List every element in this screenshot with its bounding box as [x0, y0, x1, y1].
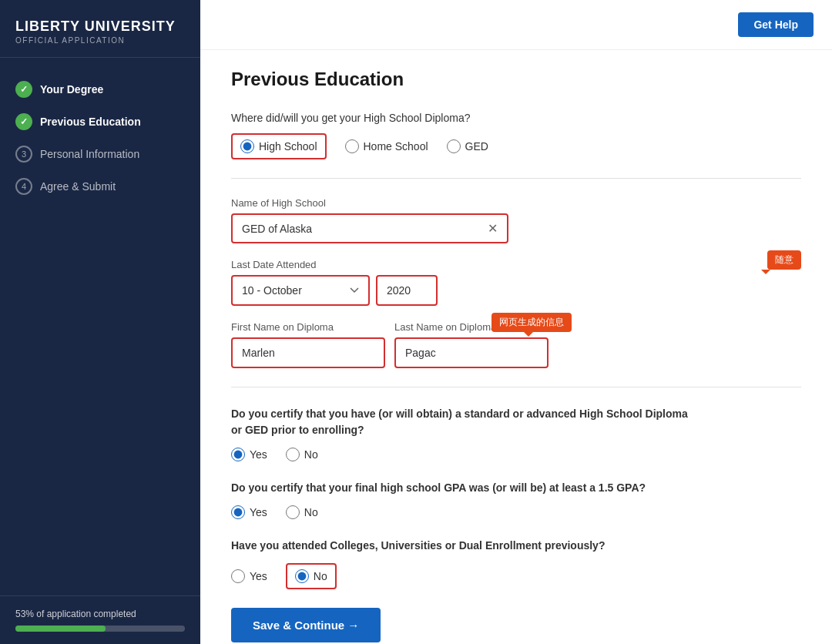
school-name-label: Name of High School — [231, 197, 801, 209]
certify-2-yes-input[interactable] — [231, 505, 245, 519]
form-content: Previous Education Where did/will you ge… — [200, 50, 832, 644]
number-icon-personal-information: 3 — [15, 146, 32, 163]
certify-3-yes[interactable]: Yes — [231, 569, 267, 583]
certify-1-no[interactable]: No — [286, 448, 318, 461]
save-continue-button[interactable]: Save & Continue → — [231, 608, 381, 642]
diploma-question-label: Where did/will you get your High School … — [231, 112, 801, 124]
certify-1-block: Do you certify that you have (or will ob… — [231, 406, 801, 461]
certify-3-question: Have you attended Colleges, Universities… — [231, 538, 693, 554]
certify-1-radio-group: Yes No — [231, 448, 801, 461]
year-input[interactable] — [376, 275, 438, 306]
completed-icon-previous-education: ✓ — [15, 113, 32, 130]
certify-1-yes-input[interactable] — [231, 448, 245, 461]
last-name-input[interactable] — [394, 337, 549, 368]
school-name-group: Name of High School ✕ — [231, 197, 801, 243]
last-date-label: Last Date Attended — [231, 259, 801, 270]
last-name-group: 网页生成的信息 — [394, 337, 549, 368]
progress-bar-background — [15, 626, 185, 632]
certify-2-radio-group: Yes No — [231, 505, 801, 519]
official-app-label: OFFICIAL APPLICATION — [15, 36, 185, 45]
certify-3-radio-group: Yes No — [231, 563, 801, 589]
certify-1-yes-label: Yes — [250, 448, 267, 461]
sidebar-footer: 53% of application completed — [0, 595, 200, 644]
sidebar-logo: LIBERTY UNIVERSITY OFFICIAL APPLICATION — [0, 0, 200, 58]
radio-home-school[interactable]: Home School — [345, 139, 428, 153]
certify-2-question: Do you certify that your final high scho… — [231, 480, 693, 496]
certify-1-yes[interactable]: Yes — [231, 448, 267, 461]
header-bar: Get Help — [200, 0, 832, 50]
diploma-name-group: First Name on Diploma Last Name on Diplo… — [231, 321, 801, 368]
get-help-button[interactable]: Get Help — [738, 12, 814, 37]
first-name-label: First Name on Diploma — [231, 321, 385, 333]
page-title: Previous Education — [231, 69, 801, 90]
certify-3-no[interactable]: No — [286, 563, 337, 589]
certify-3-no-input[interactable] — [295, 569, 309, 583]
sidebar-item-personal-information[interactable]: 3 Personal Information — [0, 138, 200, 170]
sidebar-item-your-degree[interactable]: ✓ Your Degree — [0, 73, 200, 106]
radio-high-school-label: High School — [259, 140, 317, 153]
certify-3-yes-input[interactable] — [231, 569, 245, 583]
certify-3-no-label: No — [314, 570, 327, 582]
divider-2 — [231, 387, 801, 387]
sidebar-label-agree-submit: Agree & Submit — [40, 180, 116, 193]
radio-high-school[interactable]: High School — [231, 133, 327, 159]
date-row: 01 - January 02 - February 03 - March 04… — [231, 275, 801, 306]
name-inputs-row: 网页生成的信息 — [231, 337, 801, 368]
certify-2-no-input[interactable] — [286, 505, 300, 519]
sidebar: LIBERTY UNIVERSITY OFFICIAL APPLICATION … — [0, 0, 200, 644]
school-name-clear-button[interactable]: ✕ — [488, 221, 498, 236]
radio-ged-label: GED — [465, 140, 488, 153]
month-select[interactable]: 01 - January 02 - February 03 - March 04… — [231, 275, 370, 306]
radio-ged-input[interactable] — [447, 139, 461, 153]
school-name-input[interactable] — [242, 223, 488, 235]
divider-1 — [231, 178, 801, 179]
certify-1-no-input[interactable] — [286, 448, 300, 461]
main-content: Get Help Previous Education Where did/wi… — [200, 0, 832, 644]
sidebar-item-agree-submit[interactable]: 4 Agree & Submit — [0, 170, 200, 203]
certify-3-block: Have you attended Colleges, Universities… — [231, 538, 801, 589]
sidebar-label-personal-information: Personal Information — [40, 148, 139, 160]
certify-2-no-label: No — [304, 506, 318, 518]
certify-1-question: Do you certify that you have (or will ob… — [231, 406, 693, 438]
radio-high-school-input[interactable] — [240, 139, 254, 153]
certify-2-yes-label: Yes — [250, 506, 267, 518]
completed-icon-your-degree: ✓ — [15, 81, 32, 98]
certify-2-yes[interactable]: Yes — [231, 505, 267, 519]
diploma-question-group: Where did/will you get your High School … — [231, 112, 801, 159]
radio-ged[interactable]: GED — [447, 139, 488, 153]
school-name-input-wrapper: ✕ — [231, 213, 508, 243]
sidebar-label-your-degree: Your Degree — [40, 83, 103, 96]
tooltip-random: 随意 — [767, 250, 801, 270]
last-date-group: Last Date Attended 01 - January 02 - Feb… — [231, 259, 801, 306]
sidebar-label-previous-education: Previous Education — [40, 116, 141, 128]
first-name-input[interactable] — [231, 337, 385, 368]
first-name-group — [231, 337, 385, 368]
certify-2-no[interactable]: No — [286, 505, 318, 519]
radio-home-school-label: Home School — [364, 140, 428, 153]
certify-3-yes-label: Yes — [250, 570, 267, 582]
university-name: LIBERTY UNIVERSITY — [15, 18, 185, 35]
diploma-radio-group: High School Home School GED — [231, 133, 801, 159]
progress-label: 53% of application completed — [15, 609, 185, 619]
certify-2-block: Do you certify that your final high scho… — [231, 480, 801, 519]
sidebar-item-previous-education[interactable]: ✓ Previous Education — [0, 106, 200, 138]
tooltip-generated-info: 网页生成的信息 — [491, 313, 572, 332]
number-icon-agree-submit: 4 — [15, 178, 32, 195]
sidebar-nav: ✓ Your Degree ✓ Previous Education 3 Per… — [0, 58, 200, 595]
certify-1-no-label: No — [304, 448, 318, 461]
radio-home-school-input[interactable] — [345, 139, 359, 153]
progress-bar-fill — [15, 626, 106, 632]
